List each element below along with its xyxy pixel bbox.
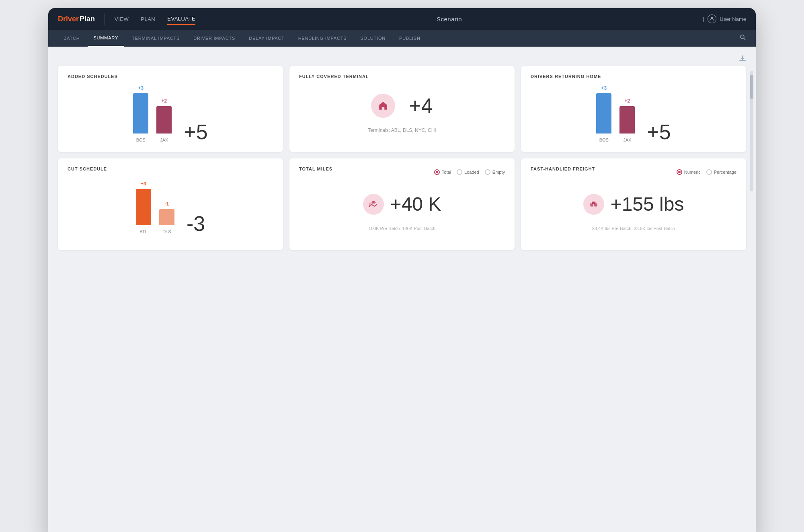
fast-handled-radio-group: Numeric Percentage [677, 169, 736, 175]
logo-driver: Driver [58, 15, 79, 23]
card-total-miles-title: TOTAL MILES [299, 166, 332, 171]
nav-plan[interactable]: PLAN [141, 14, 155, 25]
fast-handled-icon-row: +155 lbs [583, 194, 684, 215]
card-total-miles: TOTAL MILES Total Loaded Empty [289, 158, 515, 250]
jax-delta: +2 [162, 98, 167, 104]
download-icon-wrap [58, 55, 746, 62]
svg-line-2 [744, 38, 745, 40]
user-icon [708, 14, 716, 23]
logo-plan: Plan [80, 15, 95, 23]
jax2-delta: +2 [625, 98, 630, 104]
atl-bar [136, 189, 151, 225]
search-icon[interactable] [740, 34, 746, 42]
bos2-bar [596, 93, 611, 134]
card-cut-schedule-body: +3 ATL -1 DLS -3 [68, 178, 273, 234]
radio-percentage-label: Percentage [714, 170, 736, 175]
radio-numeric[interactable]: Numeric [677, 169, 701, 175]
nav-evaluate[interactable]: EVALUATE [167, 13, 195, 25]
subnav-handling-impacts[interactable]: HENDLING IMPACTS [293, 30, 353, 47]
jax2-bar [619, 106, 635, 134]
svg-rect-5 [594, 203, 597, 207]
subnav-summary[interactable]: SUMMARY [88, 30, 124, 47]
bos-bar [133, 93, 148, 134]
nav-view[interactable]: VIEW [115, 14, 129, 25]
svg-rect-6 [592, 202, 595, 204]
radio-loaded[interactable]: Loaded [457, 169, 479, 175]
svg-rect-4 [590, 203, 593, 207]
dls-delta: -1 [165, 201, 169, 207]
fast-handled-total: +155 lbs [611, 195, 684, 214]
download-icon[interactable] [739, 55, 746, 62]
user-area: | User Name [703, 14, 746, 23]
cards-grid: ADDED SCHEDULES +3 BOS +2 JAX +5 [58, 66, 746, 250]
fast-handled-body: +155 lbs 23.4K lbs Pre-Batch 23.5K lbs P… [531, 184, 736, 240]
sub-nav: BATCH SUMMARY TERMINAL IMPACTS DRIVER IM… [48, 30, 756, 47]
total-miles-radio-group: Total Loaded Empty [434, 169, 505, 175]
subnav-driver-impacts[interactable]: DRIVER IMPACTS [188, 30, 241, 47]
bar-group-atl: +3 ATL [136, 181, 151, 234]
nav-divider [105, 13, 105, 25]
terminal-text: Terminals: ABL, DLS, NYC, CHI [368, 127, 436, 133]
total-miles-title-row: TOTAL MILES Total Loaded Empty [299, 166, 505, 178]
bar-group-dls: -1 DLS [159, 201, 174, 234]
subnav-terminal-impacts[interactable]: TERMINAL IMPACTS [126, 30, 185, 47]
page-title: Scenario [195, 16, 703, 23]
added-schedules-total: +5 [184, 121, 207, 142]
bar-group-jax: +2 JAX [156, 98, 172, 142]
dls-bar [159, 209, 174, 225]
scrollbar[interactable] [750, 71, 753, 191]
content-area: ADDED SCHEDULES +3 BOS +2 JAX +5 [48, 47, 756, 532]
radio-empty-label: Empty [492, 170, 505, 175]
subnav-batch[interactable]: BATCH [58, 30, 85, 47]
card-added-schedules: ADDED SCHEDULES +3 BOS +2 JAX +5 [58, 66, 283, 152]
subnav-solution[interactable]: SOLUTION [355, 30, 391, 47]
total-miles-total: +40 K [390, 195, 441, 214]
card-drivers-returning-body: +3 BOS +2 JAX +5 [531, 85, 736, 142]
scrollbar-thumb[interactable] [750, 75, 753, 99]
fully-covered-total: +4 [409, 95, 433, 116]
card-added-schedules-body: +3 BOS +2 JAX +5 [68, 85, 273, 142]
card-added-schedules-title: ADDED SCHEDULES [68, 74, 273, 79]
bar-group-jax2: +2 JAX [619, 98, 635, 142]
radio-total[interactable]: Total [434, 169, 451, 175]
card-cut-schedule-title: CUT SCHEDULE [68, 166, 273, 171]
fast-handled-icon [583, 194, 604, 215]
fast-handled-title-row: FAST-HANDLIED FREIGHT Numeric Percentage [531, 166, 736, 178]
radio-empty[interactable]: Empty [485, 169, 505, 175]
jax2-label: JAX [623, 138, 631, 142]
card-fully-covered-title: FULLY COVERED TERMINAL [299, 74, 505, 79]
card-drivers-returning: DRIVERS RETURNING HOME +3 BOS +2 JAX +5 [521, 66, 746, 152]
subnav-publish[interactable]: PUBLISH [394, 30, 426, 47]
fast-handled-footer: 23.4K lbs Pre-Batch 23.5K lbs Post-Batch [592, 226, 675, 231]
radio-loaded-dot [457, 169, 462, 175]
card-fully-covered: FULLY COVERED TERMINAL +4 Terminals: ABL… [289, 66, 515, 152]
card-cut-schedule: CUT SCHEDULE +3 ATL -1 DLS -3 [58, 158, 283, 250]
card-fast-handled-title: FAST-HANDLIED FREIGHT [531, 166, 595, 171]
top-nav: DriverPlan VIEW PLAN EVALUATE Scenario |… [48, 8, 756, 30]
radio-total-dot [434, 169, 440, 175]
drivers-returning-total: +5 [647, 121, 671, 142]
total-miles-icon [363, 194, 384, 215]
bos-label: BOS [136, 138, 146, 142]
svg-point-3 [372, 201, 375, 203]
radio-numeric-label: Numeric [684, 170, 701, 175]
atl-delta: +3 [141, 181, 146, 187]
subnav-delay-impact[interactable]: DELAY IMPACT [243, 30, 290, 47]
radio-percentage-dot [706, 169, 712, 175]
bos-delta: +3 [138, 85, 144, 91]
fully-covered-row: +4 [371, 94, 433, 118]
nav-divider-right: | [703, 16, 704, 22]
card-fast-handled: FAST-HANDLIED FREIGHT Numeric Percentage [521, 158, 746, 250]
user-name: User Name [720, 16, 746, 22]
total-miles-footer: 100K Pre-Batch 140K Post-Batch [369, 226, 435, 231]
jax-bar [156, 106, 172, 134]
nav-links: VIEW PLAN EVALUATE [115, 13, 195, 25]
bar-group-bos: +3 BOS [133, 85, 148, 142]
bos2-label: BOS [599, 138, 609, 142]
radio-percentage[interactable]: Percentage [706, 169, 736, 175]
card-drivers-returning-title: DRIVERS RETURNING HOME [531, 74, 736, 79]
jax-label: JAX [160, 138, 168, 142]
radio-numeric-dot [677, 169, 682, 175]
radio-total-label: Total [442, 170, 451, 175]
card-fully-covered-body: +4 Terminals: ABL, DLS, NYC, CHI [299, 85, 505, 142]
